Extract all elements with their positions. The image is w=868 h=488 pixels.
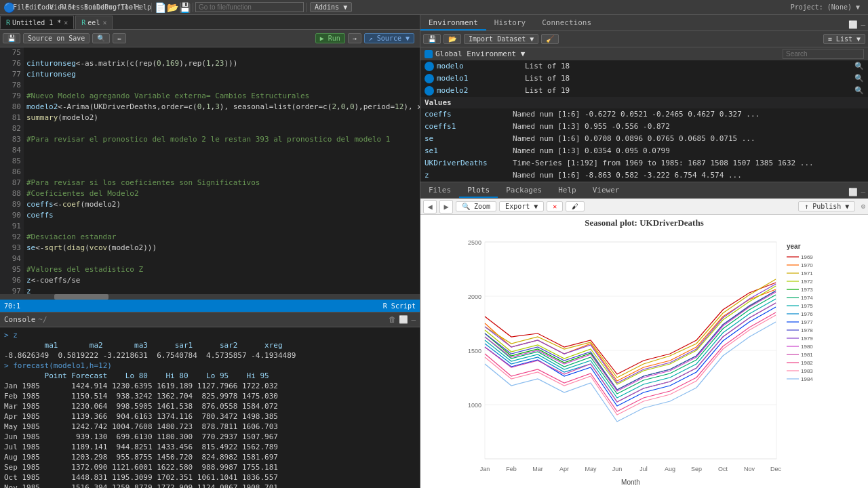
env-item-se[interactable]: se Named num [1:6] 0.0708 0.0896 0.0765 … <box>420 133 868 145</box>
svg-text:1969: 1969 <box>801 254 813 260</box>
code-line-95: #Valores del estadistico Z <box>26 264 417 275</box>
env-item-modelo2-icon <box>425 86 434 96</box>
zoom-btn[interactable]: 🔍 Zoom <box>456 201 496 211</box>
files-maximize-btn[interactable]: ⬜ <box>848 188 858 197</box>
code-editor[interactable]: 75 76 77 78 79 80 81 82 83 84 85 86 87 8… <box>0 47 420 294</box>
run-next-button[interactable]: → <box>348 33 361 43</box>
env-item-se1[interactable]: se1 Named num [1:3] 0.0354 0.095 0.0799 <box>420 145 868 157</box>
tab-eel-icon: R <box>81 19 85 26</box>
save-env-btn[interactable]: 💾 <box>423 34 441 44</box>
console-toolbar: Console ~/ 🗑 ⬜ — <box>0 312 420 327</box>
line-numbers: 75 76 77 78 79 80 81 82 83 84 85 86 87 8… <box>0 47 24 294</box>
files-minimize-btn[interactable]: — <box>861 188 865 197</box>
env-maximize-btn[interactable]: ⬜ <box>848 20 858 29</box>
files-panel-tabs: Files Plots Packages Help Viewer ⬜ — <box>420 182 868 199</box>
plot-settings-btn[interactable]: ⚙ <box>861 202 865 211</box>
env-item-modelo1-search[interactable]: 🔍 <box>854 73 864 84</box>
publish-btn[interactable]: ↑ Publish ▼ <box>798 201 855 211</box>
env-item-ukdriverdeaths[interactable]: UKDriverDeaths Time-Series [1:192] from … <box>420 157 868 169</box>
save-icon[interactable]: 💾 <box>178 1 191 14</box>
env-item-coeffs[interactable]: coeffs Named num [1:6] -0.6272 0.0521 -0… <box>420 108 868 121</box>
tab-connections[interactable]: Connections <box>534 16 599 30</box>
code-line-85 <box>26 156 417 167</box>
tab-eel-close[interactable]: × <box>102 19 106 26</box>
save-button[interactable]: 💾 <box>3 33 20 43</box>
env-search-input[interactable] <box>783 49 864 59</box>
env-item-modelo2-search[interactable]: 🔍 <box>854 85 864 96</box>
magic-wand-button[interactable]: ✏️ <box>113 33 126 43</box>
h-scroll-thumb[interactable] <box>54 294 108 300</box>
code-line-86 <box>26 167 417 178</box>
open-file-icon[interactable]: 📂 <box>166 1 178 14</box>
code-line-90: coeffs <box>26 210 417 221</box>
env-item-modelo-search[interactable]: 🔍 <box>854 61 864 72</box>
go-to-file-input[interactable] <box>195 2 304 12</box>
tab-packages[interactable]: Packages <box>498 184 550 198</box>
svg-text:May: May <box>585 466 597 472</box>
project-label[interactable]: Project: (None) ▼ <box>791 3 865 11</box>
tab-files[interactable]: Files <box>420 184 459 198</box>
menu-help[interactable]: Help <box>137 1 149 14</box>
export-btn[interactable]: Export ▼ <box>499 201 544 211</box>
svg-text:Jun: Jun <box>612 466 623 472</box>
tab-plots[interactable]: Plots <box>459 184 498 198</box>
search-button[interactable]: 🔍 <box>92 33 110 43</box>
load-env-btn[interactable]: 📂 <box>443 34 461 44</box>
tab-help[interactable]: Help <box>550 184 585 198</box>
env-item-modelo2[interactable]: modelo2 List of 19 🔍 <box>420 85 868 97</box>
clear-env-btn[interactable]: 🧹 <box>541 34 559 44</box>
code-line-84 <box>26 145 417 156</box>
env-item-z[interactable]: z Named num [1:6] -8.863 0.582 -3.222 6.… <box>420 169 868 182</box>
addins-button[interactable]: Addins ▼ <box>310 2 352 12</box>
plot-toolbar: ◀ ▶ 🔍 Zoom Export ▼ ✕ 🖌 ↑ Publish ▼ ⚙ <box>420 199 868 215</box>
global-env-label[interactable]: Global Environment ▼ <box>435 49 525 58</box>
env-item-coeffs-value: Named num [1:6] -0.6272 0.0521 -0.2465 0… <box>513 109 864 120</box>
separator <box>151 3 152 12</box>
tab-untitled1-close[interactable]: × <box>64 19 68 26</box>
code-line-80: modelo2<-Arima(UKDriverDeaths,order=c(0,… <box>26 102 417 113</box>
console-jul85: Jul 1985 1189.141 944.8251 1433.456 815.… <box>4 442 416 452</box>
separator3 <box>306 3 307 12</box>
svg-text:1979: 1979 <box>801 336 813 342</box>
tab-history[interactable]: History <box>486 16 534 30</box>
env-content: modelo List of 18 🔍 modelo1 List of 18 🔍… <box>420 60 868 182</box>
list-btn[interactable]: ≡ List ▼ <box>823 34 865 44</box>
code-line-96: z<-coeffs/se <box>26 275 417 286</box>
seasonal-plot-svg: 2500 2000 1500 1000 Jan Feb Mar Apr May … <box>448 228 841 488</box>
plot-content: Seasonal plot: UKDriverDeaths <box>420 215 868 488</box>
source-on-save-button[interactable]: Source on Save <box>23 33 90 43</box>
tab-environment[interactable]: Environment <box>420 16 486 30</box>
console-minimize-btn[interactable]: — <box>411 315 416 324</box>
console-mar85: Mar 1985 1230.064 998.5905 1461.538 876.… <box>4 401 416 411</box>
env-item-modelo[interactable]: modelo List of 18 🔍 <box>420 60 868 73</box>
env-item-coeffs1[interactable]: coeffs1 Named num [1:3] 0.955 -0.556 -0.… <box>420 121 868 133</box>
console-line-z-prompt: > z <box>4 330 416 340</box>
env-minimize-btn[interactable]: — <box>861 20 865 29</box>
svg-text:1975: 1975 <box>801 303 813 309</box>
run-button[interactable]: ▶ Run <box>315 33 345 43</box>
env-item-coeffs1-value: Named num [1:3] 0.955 -0.556 -0.872 <box>513 121 864 132</box>
svg-text:1974: 1974 <box>801 295 813 301</box>
h-scrollbar[interactable] <box>0 294 420 300</box>
plot-forward-btn[interactable]: ▶ <box>439 200 453 214</box>
env-item-z-name: z <box>425 170 513 181</box>
code-content[interactable]: cinturonseg<-as.matrix(c(rep(0,169),rep(… <box>24 47 420 294</box>
import-dataset-btn[interactable]: Import Dataset ▼ <box>464 34 538 44</box>
console-forecast-prompt: > forecast(modelo1,h=12) <box>4 361 416 371</box>
plot-back-btn[interactable]: ◀ <box>423 200 437 214</box>
new-file-icon[interactable]: 📄 <box>154 1 166 14</box>
tab-viewer[interactable]: Viewer <box>585 184 628 198</box>
delete-plot-btn[interactable]: ✕ <box>547 201 563 211</box>
console-clear-btn[interactable]: 🗑 <box>389 315 396 324</box>
env-item-modelo1-name: modelo1 <box>437 73 525 84</box>
tab-eel[interactable]: R eel × <box>75 16 113 29</box>
tab-untitled1[interactable]: R Untitled 1 * × <box>0 16 74 29</box>
source-button[interactable]: ↗ Source ▼ <box>364 33 414 43</box>
code-line-82 <box>26 123 417 134</box>
console-maximize-btn[interactable]: ⬜ <box>399 315 408 324</box>
svg-text:Dec: Dec <box>770 466 782 472</box>
console-content[interactable]: > z ma1 ma2 ma3 sar1 sar2 xreg -8.862634… <box>0 327 420 488</box>
brush-btn[interactable]: 🖌 <box>566 201 585 211</box>
env-item-modelo1[interactable]: modelo1 List of 18 🔍 <box>420 73 868 85</box>
console-jan85: Jan 1985 1424.914 1230.6395 1619.189 112… <box>4 381 416 391</box>
